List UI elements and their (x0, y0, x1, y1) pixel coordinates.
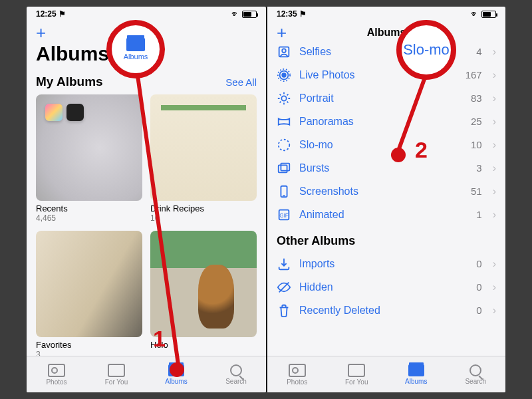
row-label: Hidden (299, 281, 468, 293)
row-count: 83 (471, 92, 482, 104)
list-item-screenshots[interactable]: Screenshots51› (267, 180, 505, 203)
album-thumb (36, 231, 142, 337)
row-count: 0 (476, 305, 481, 316)
album-helo[interactable]: Helo (150, 231, 257, 359)
my-albums-header: My Albums See All (27, 70, 266, 92)
row-count: 51 (471, 186, 482, 197)
chevron-right-icon: › (493, 92, 496, 104)
row-label: Screenshots (299, 186, 463, 198)
add-button[interactable]: + (36, 23, 46, 43)
for-you-icon (108, 364, 125, 377)
albums-icon (126, 38, 145, 51)
list-item-bursts[interactable]: Bursts3› (267, 156, 505, 180)
list-item-panoramas[interactable]: Panoramas25› (267, 110, 505, 133)
row-label: Recently Deleted (299, 305, 468, 317)
album-count: 16 (150, 213, 257, 223)
see-all-link[interactable]: See All (225, 76, 257, 88)
tab-label: Photos (46, 378, 66, 386)
chevron-right-icon: › (493, 186, 496, 198)
imports-icon (277, 257, 291, 271)
chevron-right-icon: › (493, 69, 496, 81)
photos-icon (289, 364, 306, 377)
chevron-right-icon: › (493, 162, 496, 174)
albums-grid: Recents 4,465 Drink Recipes 16 Favorites… (27, 92, 266, 363)
wifi-icon: ᯤ (471, 9, 479, 19)
row-label: Slo-mo (299, 139, 463, 151)
phone-right: 12:35 ⚑ ᯤ + Albums Selfies4›Live Photos1… (266, 7, 505, 392)
nav-title: Albums (267, 27, 505, 39)
list-item-live-photos[interactable]: Live Photos167› (267, 63, 505, 86)
album-thumb (150, 231, 257, 337)
tab-albums[interactable]: Albums (146, 356, 206, 392)
clock: 12:35 ⚑ (277, 9, 307, 19)
row-count: 0 (476, 258, 481, 269)
annotation-ring1-fill: Albums (112, 25, 160, 73)
row-count: 4 (476, 46, 481, 57)
status-icons: ᯤ (471, 9, 496, 19)
tab-search[interactable]: Search (446, 356, 506, 392)
tab-photos[interactable]: Photos (267, 356, 327, 392)
tab-label: Albums (165, 378, 187, 385)
tab-for-you[interactable]: For You (327, 356, 387, 392)
my-albums-label: My Albums (36, 74, 103, 89)
album-favorites[interactable]: Favorites 3 (36, 231, 142, 359)
add-button[interactable]: + (277, 24, 287, 41)
svg-rect-7 (279, 165, 287, 172)
portrait-icon (277, 91, 291, 106)
list-item-hidden[interactable]: Hidden0› (267, 275, 505, 299)
list-item-slo-mo[interactable]: Slo-mo10› (267, 133, 505, 156)
row-label: Panoramas (299, 116, 463, 128)
row-count: 25 (471, 116, 482, 127)
annotation-ring2-fill: Slo-mo (402, 25, 451, 74)
tab-search[interactable]: Search (206, 356, 266, 392)
row-count: 1 (476, 209, 481, 220)
album-drink-recipes[interactable]: Drink Recipes 16 (150, 94, 257, 223)
tab-label: Albums (405, 378, 427, 385)
status-icons: ᯤ (231, 9, 257, 19)
chevron-right-icon: › (493, 258, 496, 270)
battery-icon (481, 11, 496, 18)
search-icon (230, 364, 242, 376)
albums-icon (408, 364, 424, 376)
tab-label: Photos (287, 378, 307, 386)
chevron-right-icon: › (493, 281, 496, 293)
album-thumb (150, 94, 257, 201)
chevron-right-icon: › (493, 305, 496, 317)
list-item-portrait[interactable]: Portrait83› (267, 86, 505, 110)
svg-point-5 (281, 96, 286, 100)
tab-photos[interactable]: Photos (27, 356, 86, 392)
list-item-imports[interactable]: Imports0› (267, 252, 505, 275)
tab-bar: Photos For You Albums Search (267, 356, 505, 392)
album-title: Recents (36, 203, 142, 213)
anim-icon: GIF (277, 207, 291, 222)
albums-icon (168, 364, 184, 376)
list-item-animated[interactable]: GIFAnimated1› (267, 203, 505, 226)
bursts-icon (277, 161, 291, 176)
tab-albums[interactable]: Albums (386, 356, 446, 392)
media-types-list: Selfies4›Live Photos167›Portrait83›Panor… (267, 39, 505, 226)
album-title: Helo (150, 340, 257, 350)
chevron-right-icon: › (493, 116, 496, 128)
tab-bar: Photos For You Albums Search (27, 356, 266, 392)
chevron-right-icon: › (493, 139, 496, 151)
row-count: 10 (471, 139, 482, 150)
chevron-right-icon: › (493, 209, 496, 221)
status-bar: 12:25 ⚑ ᯤ (27, 7, 266, 21)
clock: 12:25 ⚑ (36, 9, 66, 19)
live-icon (277, 68, 291, 82)
svg-point-2 (282, 73, 286, 77)
list-item-recently-deleted[interactable]: Recently Deleted0› (267, 299, 505, 322)
list-item-selfies[interactable]: Selfies4› (267, 40, 505, 63)
tab-label: For You (345, 378, 368, 386)
album-count: 4,465 (36, 213, 142, 223)
tab-for-you[interactable]: For You (86, 356, 146, 392)
search-icon (469, 364, 481, 376)
for-you-icon (348, 364, 365, 377)
photos-icon (48, 364, 65, 377)
row-count: 167 (466, 69, 482, 80)
row-label: Imports (299, 258, 468, 270)
tutorial-two-phones: 12:25 ⚑ ᯤ + Albums My Albums See All Rec… (0, 0, 532, 399)
tab-label: For You (105, 378, 128, 386)
photos-app-icon (45, 104, 63, 121)
album-recents[interactable]: Recents 4,465 (36, 94, 142, 223)
